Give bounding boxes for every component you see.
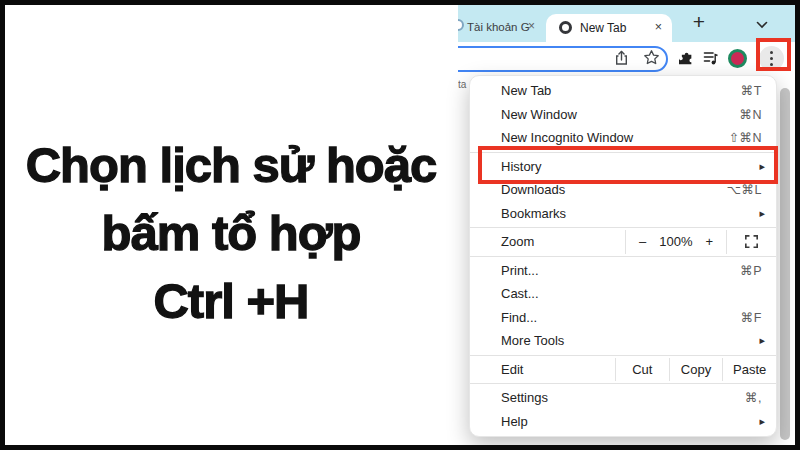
menu-item-edit[interactable]: EditCutCopyPaste bbox=[470, 358, 776, 382]
avatar[interactable] bbox=[728, 49, 747, 68]
menu-item-label: Bookmarks bbox=[501, 206, 759, 221]
menu-item-shortcut: ⌘T bbox=[741, 83, 762, 98]
menu-item-shortcut: ⌘, bbox=[745, 390, 762, 405]
menu-item-shortcut: ⌘N bbox=[739, 107, 762, 122]
menu-item-new-incognito-window[interactable]: New Incognito Window⇧⌘N bbox=[470, 126, 776, 150]
menu-item-label: Help bbox=[501, 414, 759, 429]
tab-close-icon[interactable]: × bbox=[528, 19, 535, 33]
tab-background[interactable]: Tài khoản G × bbox=[458, 14, 545, 42]
menu-item-find[interactable]: Find...⌘F bbox=[470, 306, 776, 330]
menu-separator bbox=[470, 355, 776, 356]
playlist-icon[interactable] bbox=[703, 50, 719, 66]
menu-item-label: New Window bbox=[501, 107, 739, 122]
extensions-puzzle-icon[interactable] bbox=[679, 50, 695, 66]
menu-item-zoom[interactable]: Zoom–100%+ bbox=[470, 230, 776, 254]
fullscreen-button[interactable] bbox=[727, 230, 776, 254]
menu-item-label: Cast... bbox=[501, 286, 762, 301]
instruction-caption: Chọn lịch sử hoặc bấm tổ hợp Ctrl +H bbox=[5, 131, 457, 335]
menu-item-label: Downloads bbox=[501, 182, 727, 197]
zoom-controls: –100%+ bbox=[625, 230, 727, 254]
zoom-label: Zoom bbox=[470, 230, 625, 254]
screenshot-canvas: Chọn lịch sử hoặc bấm tổ hợp Ctrl +H Tài… bbox=[0, 0, 800, 450]
browser-toolbar bbox=[458, 42, 795, 75]
paste-button[interactable]: Paste bbox=[722, 358, 776, 382]
submenu-arrow-icon: ▸ bbox=[759, 334, 765, 347]
share-icon[interactable] bbox=[614, 50, 629, 66]
zoom-in-button[interactable]: + bbox=[705, 234, 713, 249]
tab-active[interactable]: New Tab × bbox=[546, 14, 672, 42]
submenu-arrow-icon: ▸ bbox=[759, 415, 765, 428]
kebab-menu-button[interactable] bbox=[759, 46, 784, 71]
copy-button[interactable]: Copy bbox=[669, 358, 723, 382]
menu-item-cast[interactable]: Cast... bbox=[470, 282, 776, 306]
caption-line-1: Chọn lịch sử hoặc bbox=[5, 131, 457, 199]
tab-strip: Tài khoản G × New Tab × + bbox=[458, 5, 795, 42]
menu-item-history[interactable]: History▸ bbox=[470, 155, 776, 179]
menu-separator bbox=[470, 383, 776, 384]
chrome-favicon-icon bbox=[559, 21, 572, 34]
menu-item-label: Find... bbox=[501, 310, 741, 325]
edit-label: Edit bbox=[470, 358, 615, 382]
menu-item-print[interactable]: Print...⌘P bbox=[470, 259, 776, 283]
tab-close-icon[interactable]: × bbox=[655, 20, 662, 34]
address-bar[interactable] bbox=[458, 46, 668, 72]
menu-item-shortcut: ⌥⌘L bbox=[727, 182, 762, 197]
bookmark-star-icon[interactable] bbox=[643, 49, 660, 66]
menu-item-help[interactable]: Help▸ bbox=[470, 410, 776, 434]
menu-item-label: New Tab bbox=[501, 83, 741, 98]
menu-item-new-tab[interactable]: New Tab⌘T bbox=[470, 79, 776, 103]
menu-item-shortcut: ⌘F bbox=[741, 310, 762, 325]
menu-item-new-window[interactable]: New Window⌘N bbox=[470, 103, 776, 127]
page-text-fragment: ta bbox=[458, 79, 466, 90]
menu-item-shortcut: ⇧⌘N bbox=[728, 130, 762, 145]
zoom-out-button[interactable]: – bbox=[639, 234, 646, 249]
menu-item-label: History bbox=[501, 159, 759, 174]
menu-item-downloads[interactable]: Downloads⌥⌘L bbox=[470, 178, 776, 202]
tab-search-chevron-icon[interactable] bbox=[756, 21, 768, 29]
menu-item-label: Print... bbox=[501, 263, 740, 278]
cut-button[interactable]: Cut bbox=[615, 358, 669, 382]
tab-favicon-partial-icon bbox=[458, 19, 464, 31]
chrome-menu: New Tab⌘TNew Window⌘NNew Incognito Windo… bbox=[469, 75, 777, 437]
zoom-value: 100% bbox=[659, 234, 692, 249]
scrollbar[interactable] bbox=[780, 88, 790, 440]
tab-background-label: Tài khoản G bbox=[467, 21, 530, 33]
menu-separator bbox=[470, 227, 776, 228]
submenu-arrow-icon: ▸ bbox=[759, 160, 765, 173]
menu-item-shortcut: ⌘P bbox=[740, 263, 762, 278]
menu-item-more-tools[interactable]: More Tools▸ bbox=[470, 329, 776, 353]
menu-item-settings[interactable]: Settings⌘, bbox=[470, 386, 776, 410]
menu-separator bbox=[470, 256, 776, 257]
menu-item-label: New Incognito Window bbox=[501, 130, 728, 145]
tab-active-label: New Tab bbox=[580, 21, 626, 35]
menu-item-label: More Tools bbox=[501, 333, 759, 348]
menu-item-bookmarks[interactable]: Bookmarks▸ bbox=[470, 202, 776, 226]
caption-line-2: bấm tổ hợp bbox=[5, 199, 457, 267]
menu-separator bbox=[470, 152, 776, 153]
submenu-arrow-icon: ▸ bbox=[759, 207, 765, 220]
caption-line-3: Ctrl +H bbox=[5, 267, 457, 335]
menu-item-label: Settings bbox=[501, 390, 745, 405]
new-tab-button[interactable]: + bbox=[688, 8, 710, 36]
